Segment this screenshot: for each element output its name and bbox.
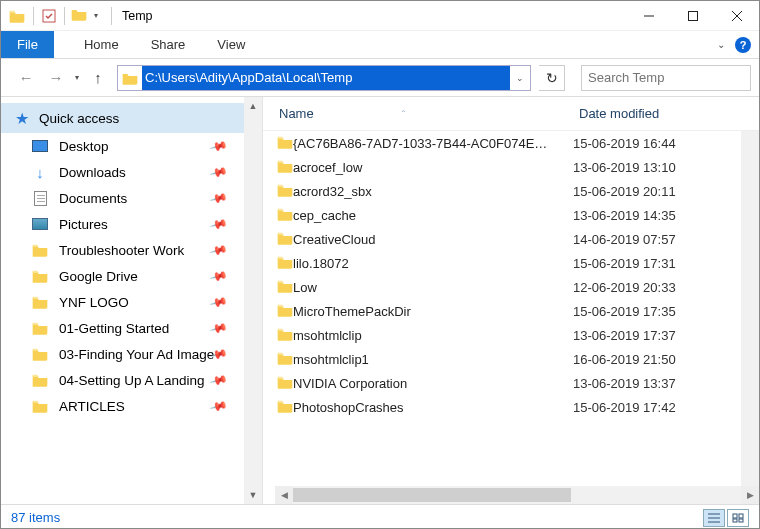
folder-icon	[32, 399, 48, 413]
table-row[interactable]: acrocef_low13-06-2019 13:10	[263, 155, 759, 179]
folder-icon	[263, 327, 293, 344]
row-name: {AC76BA86-7AD7-1033-7B44-AC0F074E…	[293, 136, 573, 151]
ribbon-tab-home[interactable]: Home	[68, 31, 135, 58]
sidebar-item[interactable]: 03-Finding Your Ad Image📌	[1, 341, 244, 367]
pin-icon: 📌	[209, 136, 229, 156]
search-box[interactable]	[581, 65, 751, 91]
file-tab[interactable]: File	[1, 31, 54, 58]
pin-icon: 📌	[209, 396, 229, 416]
minimize-button[interactable]	[627, 1, 671, 31]
folder-icon	[263, 399, 293, 416]
sidebar-scroll-up[interactable]: ▲	[244, 97, 262, 115]
content-scroll-left[interactable]: ◀	[275, 486, 293, 504]
row-name: Low	[293, 280, 573, 295]
table-row[interactable]: acrord32_sbx15-06-2019 20:11	[263, 179, 759, 203]
table-row[interactable]: msohtmlclip13-06-2019 17:37	[263, 323, 759, 347]
folder-icon	[32, 347, 48, 361]
sidebar-item[interactable]: Google Drive📌	[1, 263, 244, 289]
sidebar-item[interactable]: 04-Setting Up A Landing📌	[1, 367, 244, 393]
row-name: msohtmlclip	[293, 328, 573, 343]
search-input[interactable]	[586, 69, 758, 86]
close-button[interactable]	[715, 1, 759, 31]
downloads-icon: ↓	[36, 164, 44, 181]
up-button[interactable]: ↑	[87, 67, 109, 89]
history-dropdown[interactable]: ▾	[75, 73, 79, 82]
row-date: 12-06-2019 20:33	[573, 280, 676, 295]
sidebar-item-label: Documents	[59, 191, 127, 206]
refresh-button[interactable]: ↻	[539, 65, 565, 91]
svg-rect-2	[733, 514, 737, 518]
title-separator	[111, 7, 112, 25]
folder-icon	[263, 279, 293, 296]
table-row[interactable]: lilo.1807215-06-2019 17:31	[263, 251, 759, 275]
sidebar-item[interactable]: Pictures📌	[1, 211, 244, 237]
desktop-icon	[32, 140, 48, 152]
address-bar[interactable]: ⌄	[117, 65, 531, 91]
content-scrollbar-vertical[interactable]	[741, 131, 759, 486]
sidebar-quick-access[interactable]: ★ Quick access	[1, 103, 244, 133]
pin-icon: 📌	[209, 214, 229, 234]
folder-icon	[263, 183, 293, 200]
address-dropdown-icon[interactable]: ⌄	[510, 73, 530, 83]
svg-rect-5	[739, 519, 743, 522]
sidebar-item-label: ARTICLES	[59, 399, 125, 414]
sidebar-scroll-down[interactable]: ▼	[244, 486, 262, 504]
sidebar-item-label: Downloads	[59, 165, 126, 180]
pin-icon: 📌	[209, 370, 229, 390]
ribbon-expand-icon[interactable]: ⌄	[717, 39, 725, 50]
sidebar-item[interactable]: Troubleshooter Work📌	[1, 237, 244, 263]
qat-newfolder-icon[interactable]	[71, 7, 87, 25]
content-scroll-track[interactable]	[293, 486, 741, 504]
table-row[interactable]: NVIDIA Corporation13-06-2019 13:37	[263, 371, 759, 395]
address-input[interactable]	[142, 66, 510, 90]
ribbon-tab-view[interactable]: View	[201, 31, 261, 58]
row-name: PhotoshopCrashes	[293, 400, 573, 415]
svg-rect-1	[689, 11, 698, 20]
sidebar-item-label: Google Drive	[59, 269, 138, 284]
table-row[interactable]: CreativeCloud14-06-2019 07:57	[263, 227, 759, 251]
row-date: 13-06-2019 13:37	[573, 376, 676, 391]
folder-icon	[263, 375, 293, 392]
sidebar-item[interactable]: ↓Downloads📌	[1, 159, 244, 185]
forward-button[interactable]: →	[45, 67, 67, 89]
content-scroll-right[interactable]: ▶	[741, 486, 759, 504]
table-row[interactable]: {AC76BA86-7AD7-1033-7B44-AC0F074E…15-06-…	[263, 131, 759, 155]
ribbon-tab-share[interactable]: Share	[135, 31, 202, 58]
folder-icon	[263, 351, 293, 368]
folder-icon	[263, 231, 293, 248]
svg-rect-4	[733, 519, 737, 522]
folder-icon	[32, 321, 48, 335]
row-date: 15-06-2019 20:11	[573, 184, 676, 199]
qat-customize-dropdown[interactable]: ▾	[91, 11, 101, 20]
folder-icon	[32, 373, 48, 387]
table-row[interactable]: msohtmlclip116-06-2019 21:50	[263, 347, 759, 371]
table-row[interactable]: Low12-06-2019 20:33	[263, 275, 759, 299]
table-row[interactable]: cep_cache13-06-2019 14:35	[263, 203, 759, 227]
sidebar-item[interactable]: ARTICLES📌	[1, 393, 244, 419]
column-header-name[interactable]: Name ⌃	[263, 106, 573, 121]
sidebar-scroll-track[interactable]	[244, 115, 262, 486]
window-title: Temp	[122, 9, 153, 23]
pin-icon: 📌	[209, 162, 229, 182]
view-large-icons-button[interactable]	[727, 509, 749, 527]
sidebar-item-label: Desktop	[59, 139, 109, 154]
row-date: 15-06-2019 17:35	[573, 304, 676, 319]
column-header-date[interactable]: Date modified	[573, 106, 659, 121]
row-date: 15-06-2019 16:44	[573, 136, 676, 151]
view-details-button[interactable]	[703, 509, 725, 527]
sidebar-item[interactable]: Desktop📌	[1, 133, 244, 159]
folder-icon	[32, 243, 48, 257]
table-row[interactable]: PhotoshopCrashes15-06-2019 17:42	[263, 395, 759, 419]
sidebar-item[interactable]: 01-Getting Started📌	[1, 315, 244, 341]
sidebar-item[interactable]: Documents📌	[1, 185, 244, 211]
row-name: CreativeCloud	[293, 232, 573, 247]
back-button[interactable]: ←	[15, 67, 37, 89]
folder-icon	[263, 255, 293, 272]
maximize-button[interactable]	[671, 1, 715, 31]
qat-properties-icon[interactable]	[40, 7, 58, 25]
sidebar-item[interactable]: YNF LOGO📌	[1, 289, 244, 315]
help-icon[interactable]: ?	[735, 37, 751, 53]
sidebar-item-label: YNF LOGO	[59, 295, 129, 310]
table-row[interactable]: MicroThemePackDir15-06-2019 17:35	[263, 299, 759, 323]
content-scroll-thumb[interactable]	[293, 488, 571, 502]
